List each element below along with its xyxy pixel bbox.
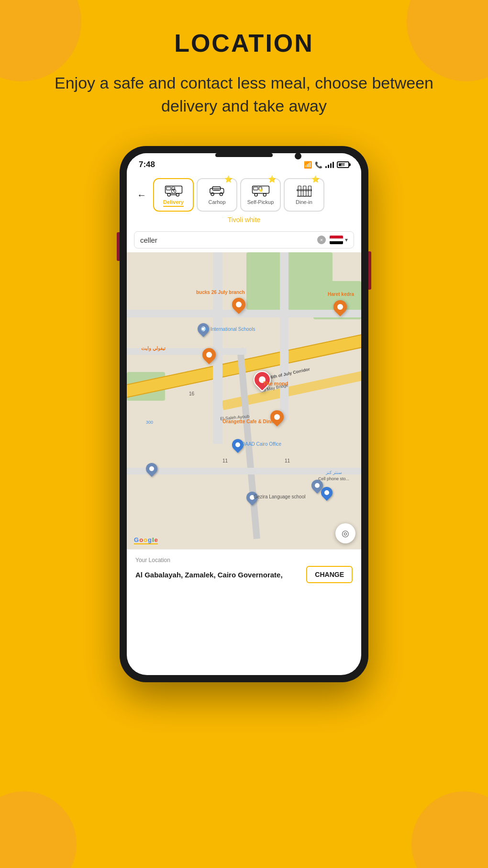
tab-delivery[interactable]: Delivery: [153, 178, 194, 212]
map-label-daad: DAAD Cairo Office: [242, 441, 281, 447]
bg-decoration-bottom-left: [0, 791, 77, 868]
tab-carhop-label: Carhop: [208, 199, 225, 205]
status-icons: 📶 📞 48: [304, 161, 349, 169]
map-pin-bucks: [232, 298, 245, 311]
dine-in-icon: [294, 183, 315, 198]
egypt-flag-icon: [330, 236, 343, 244]
svg-point-4: [176, 193, 179, 196]
map-background: 26th of July Corridor 15 May Bridge El-S…: [127, 252, 361, 549]
search-bar[interactable]: celler × ▾: [134, 231, 354, 248]
svg-rect-20: [297, 190, 311, 191]
svg-rect-1: [166, 187, 170, 190]
svg-point-18: [263, 193, 266, 196]
your-location-label: Your Location: [135, 557, 353, 564]
dinein-star-icon: ⭐: [311, 175, 320, 183]
search-clear-button[interactable]: ×: [317, 236, 326, 244]
phone-container: 7:48 📶 📞 48: [0, 146, 488, 682]
dinein-svg-icon: [295, 184, 313, 197]
carhop-svg-icon: [208, 185, 226, 196]
map-label-orangette: Orangette Cafe & Dining: [222, 419, 278, 424]
map-road-vertical-2: [280, 252, 288, 420]
svg-rect-21: [298, 186, 301, 196]
selfpickup-svg-icon: ⭐: [252, 184, 270, 197]
location-row: Al Gabalayah, Zamalek, Cairo Governorate…: [135, 566, 353, 583]
tab-dinein-label: Dine-in: [296, 199, 312, 205]
signal-bars: [325, 161, 334, 168]
change-location-button[interactable]: CHANGE: [306, 566, 353, 583]
country-flag-dropdown[interactable]: ▾: [330, 236, 348, 244]
map-label-city-intl: City International Schools: [201, 327, 255, 332]
map-pin-haret-kedra: [333, 300, 347, 314]
map-label-26july: 26th of July Corridor: [268, 367, 311, 380]
map-pin-left: [146, 463, 157, 474]
svg-rect-22: [303, 186, 306, 196]
signal-icon: 📞: [315, 161, 322, 169]
tab-self-pickup[interactable]: ⭐ ⭐ Self-Pickup: [240, 178, 281, 212]
svg-line-8: [174, 191, 175, 192]
svg-point-3: [167, 193, 170, 196]
bg-decoration-bottom-right: [411, 791, 488, 868]
map-number-11b: 11: [285, 458, 290, 463]
back-arrow-icon: ←: [137, 190, 146, 201]
location-target-icon: ◎: [342, 528, 349, 539]
location-bottom-bar: Your Location Al Gabalayah, Zamalek, Cai…: [127, 549, 361, 590]
map-number-16: 16: [189, 391, 194, 396]
map-label-gezira: Gezira Language school: [254, 494, 305, 499]
search-input[interactable]: celler: [140, 236, 313, 244]
nav-tabs-section: ←: [127, 173, 361, 214]
map-pin-tivoli: [202, 348, 216, 361]
carhop-icon: [207, 183, 228, 198]
map-label-cell-phone-arabic: سنتر كنز: [326, 470, 342, 475]
page-subtitle: Enjoy a safe and contact less meal, choo…: [0, 72, 488, 117]
google-logo: G o o g l e: [134, 536, 158, 543]
tab-dine-in[interactable]: ⭐ Dine-in: [284, 178, 324, 212]
tivoli-label: Tivoli white: [127, 214, 361, 227]
map-label-haret-kedra: Haret kedra: [328, 292, 354, 297]
map-pin-shop: [321, 487, 333, 498]
phone-notch: [215, 153, 273, 157]
map-label-bucks: bucks 26 July branch: [196, 290, 245, 295]
tabs-row: Delivery ⭐: [153, 178, 354, 212]
map-number-11a: 11: [222, 458, 228, 463]
map-label-the-mond: The mond: [263, 381, 288, 386]
tab-carhop[interactable]: ⭐ Carhop: [197, 178, 237, 212]
map-section: 26th of July Corridor 15 May Bridge El-S…: [127, 252, 361, 549]
self-pickup-icon: ⭐: [250, 183, 271, 198]
back-button[interactable]: ←: [134, 187, 149, 203]
page-title: LOCATION: [0, 29, 488, 57]
tab-delivery-label: Delivery: [163, 199, 184, 207]
map-label-cell-phone: Cell phone sto...: [318, 476, 349, 481]
status-time: 7:48: [139, 160, 155, 169]
location-address: Al Gabalayah, Zamalek, Cairo Governorate…: [135, 571, 301, 579]
svg-point-17: [255, 193, 257, 196]
delivery-svg-icon: [165, 184, 183, 197]
map-label-tivoli-arabic: تيفولي وايت: [141, 346, 166, 351]
tab-selfpickup-label: Self-Pickup: [247, 199, 274, 205]
header-section: LOCATION Enjoy a safe and contact less m…: [0, 0, 488, 117]
dropdown-chevron-icon: ▾: [345, 237, 348, 243]
svg-text:⭐: ⭐: [258, 188, 263, 192]
wifi-icon: 📶: [304, 161, 312, 169]
selfpickup-star-icon: ⭐: [268, 175, 276, 183]
carhop-star-icon: ⭐: [224, 175, 233, 183]
search-section: celler × ▾: [127, 227, 361, 252]
phone-screen: 7:48 📶 📞 48: [127, 153, 361, 675]
delivery-icon: [163, 183, 184, 198]
my-location-button[interactable]: ◎: [335, 523, 355, 543]
battery-icon: 48: [337, 161, 349, 168]
map-number-300: 300: [146, 420, 153, 425]
svg-rect-15: [253, 187, 257, 190]
svg-rect-23: [308, 186, 311, 196]
phone-frame: 7:48 📶 📞 48: [120, 146, 368, 682]
